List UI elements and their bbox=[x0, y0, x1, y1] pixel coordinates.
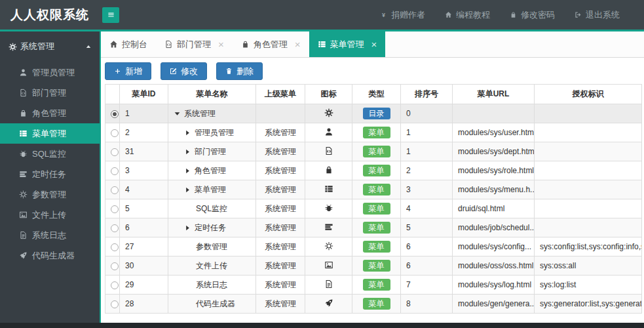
close-icon[interactable]: × bbox=[295, 39, 301, 49]
parent-menu-cell: 系统管理 bbox=[256, 142, 305, 161]
menu-table-wrap: 菜单ID菜单名称上级菜单图标类型排序号菜单URL授权标识 1 系统管理 目录 0… bbox=[101, 84, 644, 314]
menu-type-cell: 目录 bbox=[352, 104, 401, 123]
sidebar-item-label: 系统日志 bbox=[32, 230, 66, 241]
sidebar-item-code-generator[interactable]: 代码生成器 bbox=[0, 245, 100, 266]
table-row[interactable]: 27 参数管理 系统管理 菜单 6 modules/sys/config... … bbox=[105, 237, 642, 256]
row-radio[interactable] bbox=[111, 243, 119, 251]
sidebar: 系统管理 管理员管理 部门管理 角色管理 菜单管理 SQL监控 定时任务 参数管… bbox=[0, 31, 100, 323]
row-radio[interactable] bbox=[111, 167, 119, 175]
sidebar-toggle-button[interactable] bbox=[102, 7, 119, 23]
sidebar-item-admin-management[interactable]: 管理员管理 bbox=[0, 62, 100, 83]
sidebar-item-menu-management[interactable]: 菜单管理 bbox=[0, 123, 100, 144]
sidebar-item-label: 代码生成器 bbox=[32, 250, 75, 262]
menu-type-cell: 菜单 bbox=[352, 295, 401, 314]
sidebar-item-label: 文件上传 bbox=[32, 209, 66, 221]
sidebar-item-file-upload[interactable]: 文件上传 bbox=[0, 205, 100, 225]
sidebar-item-role-management[interactable]: 角色管理 bbox=[0, 103, 100, 123]
parent-menu-cell bbox=[256, 104, 305, 123]
row-radio[interactable] bbox=[111, 110, 119, 118]
row-radio[interactable] bbox=[111, 300, 119, 308]
sidebar-item-scheduled-tasks[interactable]: 定时任务 bbox=[0, 164, 100, 184]
menu-url-cell: modules/sys/menu.h... bbox=[453, 180, 535, 199]
menu-id-cell: 30 bbox=[120, 256, 168, 276]
sidebar-group-system-management[interactable]: 系统管理 bbox=[0, 37, 100, 56]
menu-name-cell: 部门管理 bbox=[168, 142, 256, 161]
lock-icon bbox=[510, 11, 517, 18]
sidebar-item-department-management[interactable]: 部门管理 bbox=[0, 83, 100, 103]
tab-label: 角色管理 bbox=[254, 39, 288, 51]
column-header: 排序号 bbox=[401, 85, 453, 104]
row-radio[interactable] bbox=[111, 262, 119, 270]
table-row[interactable]: 2 管理员管理 系统管理 菜单 1 modules/sys/user.html bbox=[105, 123, 642, 142]
table-row[interactable]: 1 系统管理 目录 0 bbox=[105, 104, 642, 123]
close-icon[interactable]: × bbox=[371, 39, 377, 49]
caret-right-icon[interactable] bbox=[184, 167, 191, 174]
tasks-icon bbox=[324, 222, 333, 232]
caret-right-icon[interactable] bbox=[184, 129, 191, 136]
sidebar-item-label: 管理员管理 bbox=[32, 67, 75, 79]
svg-text:¥: ¥ bbox=[382, 12, 385, 18]
menu-name-cell: 管理员管理 bbox=[168, 123, 256, 142]
menu-icon-cell bbox=[305, 199, 352, 218]
row-radio[interactable] bbox=[111, 281, 119, 289]
row-radio[interactable] bbox=[111, 129, 119, 137]
table-row[interactable]: 28 代码生成器 系统管理 菜单 8 modules/gen/genera...… bbox=[105, 295, 642, 314]
menu-url-cell: modules/sys/log.html bbox=[453, 276, 535, 295]
tab-menu-management[interactable]: 菜单管理 × bbox=[309, 31, 386, 57]
tab-label: 部门管理 bbox=[177, 39, 211, 51]
navbar-item-logout[interactable]: 退出系统 bbox=[565, 0, 630, 30]
row-radio[interactable] bbox=[111, 205, 119, 213]
navbar-item-change-password[interactable]: 修改密码 bbox=[500, 0, 565, 30]
caret-right-icon[interactable] bbox=[184, 148, 191, 155]
table-row[interactable]: 31 部门管理 系统管理 菜单 1 modules/sys/dept.html bbox=[105, 142, 642, 161]
gear-o-icon bbox=[324, 241, 333, 251]
row-radio[interactable] bbox=[111, 148, 119, 156]
perms-cell: sys:oss:all bbox=[535, 256, 642, 276]
table-row[interactable]: 29 系统日志 系统管理 菜单 7 modules/sys/log.html s… bbox=[105, 276, 642, 295]
sidebar-item-label: 参数管理 bbox=[32, 189, 66, 201]
sidebar-item-sql-monitor[interactable]: SQL监控 bbox=[0, 144, 100, 164]
tab-label: 控制台 bbox=[122, 39, 147, 51]
close-icon[interactable]: × bbox=[218, 39, 224, 49]
sort-cell: 2 bbox=[401, 161, 453, 180]
table-row[interactable]: 3 角色管理 系统管理 菜单 2 modules/sys/role.html bbox=[105, 161, 642, 180]
caret-right-icon[interactable] bbox=[184, 224, 191, 232]
sort-cell: 6 bbox=[401, 237, 453, 256]
lock-icon bbox=[19, 109, 28, 117]
sidebar-item-system-log[interactable]: 系统日志 bbox=[0, 225, 100, 245]
sidebar-item-label: 角色管理 bbox=[32, 108, 66, 119]
type-badge: 菜单 bbox=[363, 298, 390, 310]
type-badge: 菜单 bbox=[363, 127, 390, 138]
caret-down-icon[interactable] bbox=[174, 110, 181, 117]
row-radio[interactable] bbox=[111, 186, 119, 194]
caret-right-icon[interactable] bbox=[184, 186, 191, 194]
navbar-item-donate-author[interactable]: ¥捐赠作者 bbox=[370, 0, 435, 30]
tab-department-management[interactable]: 部门管理 × bbox=[156, 31, 233, 57]
list-icon bbox=[318, 40, 326, 49]
navbar-item-coding-tutorial[interactable]: 编程教程 bbox=[435, 0, 500, 30]
tab-label: 菜单管理 bbox=[330, 39, 364, 51]
edit-button[interactable]: 修改 bbox=[161, 62, 207, 80]
delete-button[interactable]: 删除 bbox=[216, 62, 263, 80]
file-code-icon bbox=[19, 89, 28, 97]
gear-icon bbox=[324, 108, 333, 117]
tab-console[interactable]: 控制台 bbox=[101, 31, 156, 57]
navbar-item-label: 退出系统 bbox=[586, 9, 620, 21]
table-row[interactable]: 30 文件上传 系统管理 菜单 6 modules/oss/oss.html s… bbox=[105, 256, 642, 276]
table-row[interactable]: 5 SQL监控 系统管理 菜单 4 druid/sql.html bbox=[105, 199, 642, 218]
sidebar-menu: 管理员管理 部门管理 角色管理 菜单管理 SQL监控 定时任务 参数管理 文件上… bbox=[0, 62, 100, 266]
sidebar-item-label: 菜单管理 bbox=[32, 128, 66, 140]
menu-icon-cell bbox=[305, 180, 352, 199]
navbar-item-label: 捐赠作者 bbox=[391, 9, 425, 21]
trash-icon bbox=[225, 68, 233, 75]
add-button[interactable]: 新增 bbox=[105, 62, 151, 80]
row-radio[interactable] bbox=[111, 224, 119, 232]
home-icon bbox=[109, 40, 118, 49]
sidebar-item-parameter-management[interactable]: 参数管理 bbox=[0, 184, 100, 205]
main-content: 控制台 部门管理 × 角色管理 × 菜单管理 × 新增 修改 删除 bbox=[100, 31, 644, 323]
table-row[interactable]: 4 菜单管理 系统管理 菜单 3 modules/sys/menu.h... bbox=[105, 180, 642, 199]
parent-menu-cell: 系统管理 bbox=[256, 218, 305, 237]
table-row[interactable]: 6 定时任务 系统管理 菜单 5 modules/job/schedul... bbox=[105, 218, 642, 237]
toolbar: 新增 修改 删除 bbox=[101, 58, 644, 84]
tab-role-management[interactable]: 角色管理 × bbox=[233, 31, 309, 57]
